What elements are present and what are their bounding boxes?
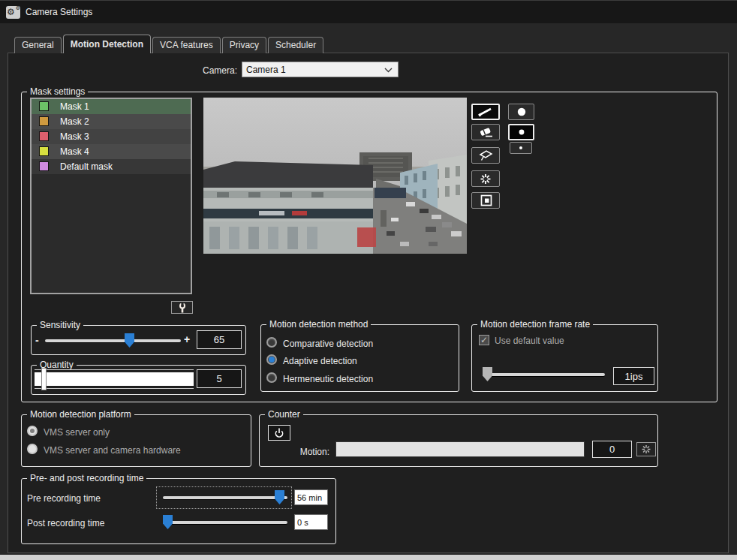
camera-preview-canvas[interactable]	[203, 98, 467, 254]
pre-recording-value-input[interactable]	[294, 489, 328, 505]
pen-tool-button[interactable]	[471, 104, 500, 120]
radio-vms-server-only[interactable]	[27, 426, 38, 436]
tab-scheduler[interactable]: Scheduler	[268, 37, 323, 53]
mask-row-2[interactable]: Mask 2	[32, 114, 191, 129]
radio-vms-server-and-camera[interactable]	[27, 444, 38, 454]
radio-adaptive-label[interactable]: Adaptive detection	[283, 356, 357, 366]
mask-row-default[interactable]: Default mask	[32, 159, 191, 174]
mask-row-label: Mask 2	[60, 116, 89, 127]
mask-row-3[interactable]: Mask 3	[32, 129, 191, 144]
platform-group: Motion detection platform	[21, 414, 251, 467]
sensitivity-group-title: Sensitivity	[37, 320, 83, 330]
sensitivity-plus[interactable]: +	[184, 333, 190, 345]
window-title: Camera Settings	[26, 1, 92, 24]
mask-color-swatch	[39, 101, 49, 111]
quantity-slider-handle[interactable]	[41, 368, 47, 390]
radio-hermeneutic-detection[interactable]	[266, 372, 277, 383]
camera-preview-image	[203, 98, 467, 254]
quantity-slider-track[interactable]	[35, 372, 194, 386]
small-dot-icon	[517, 144, 525, 152]
tab-vca-features[interactable]: VCA features	[152, 37, 221, 53]
titlebar: ⚙ ⚙ Camera Settings	[0, 0, 737, 23]
radio-vms-server-and-camera-label[interactable]: VMS server and camera hardware	[44, 445, 181, 456]
radio-comparative-label[interactable]: Comparative detection	[283, 339, 373, 349]
radio-selected-dot	[30, 429, 35, 433]
mask-color-swatch	[39, 116, 49, 126]
motion-counter-value: 0	[592, 441, 632, 458]
motion-level-bar	[335, 441, 585, 457]
frame-rate-value[interactable]: 1ips	[613, 367, 654, 385]
quantity-value[interactable]: 5	[197, 369, 242, 388]
tab-motion-detection[interactable]: Motion Detection	[63, 35, 151, 53]
mask-list: Mask 1 Mask 2 Mask 3 Mask 4 Default mask	[30, 98, 192, 294]
tab-privacy[interactable]: Privacy	[222, 37, 266, 53]
method-group-title: Motion detection method	[266, 319, 371, 330]
mask-settings-group-title: Mask settings	[27, 86, 88, 97]
clear-mask-button[interactable]	[471, 147, 500, 164]
post-recording-label: Post recording time	[27, 518, 104, 528]
window-bottom-edge	[0, 555, 737, 560]
quantity-tick-line-top	[35, 369, 194, 370]
mask-color-swatch	[39, 131, 49, 141]
recording-group-title: Pre- and post recording time	[27, 473, 146, 483]
sensitivity-slider-track[interactable]	[45, 339, 181, 342]
radio-hermeneutic-label[interactable]: Hermeneutic detection	[283, 374, 373, 384]
wrench-icon	[178, 303, 187, 313]
platform-group-title: Motion detection platform	[27, 409, 134, 420]
tab-general[interactable]: General	[14, 37, 62, 53]
mask-row-label: Mask 1	[60, 101, 89, 112]
pen-icon	[477, 107, 495, 117]
use-default-value-label[interactable]: Use default value	[495, 336, 564, 346]
burst-icon	[477, 173, 495, 185]
gear-icon: ⚙ ⚙	[6, 6, 20, 19]
pre-recording-slider-track[interactable]	[163, 496, 287, 499]
drawn-mask-region	[357, 227, 376, 247]
eraser-tool-button[interactable]	[471, 124, 500, 140]
post-recording-value-input[interactable]	[294, 514, 328, 530]
camera-select[interactable]: Camera 1	[242, 62, 399, 77]
counter-reset-button[interactable]	[636, 442, 656, 456]
sensitivity-value[interactable]: 65	[197, 330, 242, 349]
use-default-value-checkbox[interactable]: ✓	[479, 335, 489, 345]
motion-counter-label: Motion:	[293, 447, 329, 457]
pre-recording-label: Pre recording time	[27, 493, 101, 504]
eraser-icon	[477, 127, 495, 137]
post-recording-slider-track[interactable]	[163, 521, 287, 524]
mask-row-label: Default mask	[60, 161, 113, 172]
mask-row-1[interactable]: Mask 1	[32, 99, 191, 114]
burst-icon	[639, 444, 654, 454]
radio-comparative-detection[interactable]	[266, 337, 277, 348]
camera-select-value: Camera 1	[246, 65, 286, 75]
clear-mask-icon	[477, 149, 495, 161]
mask-row-label: Mask 4	[60, 146, 89, 157]
counter-group-title: Counter	[265, 409, 303, 420]
tab-bar: General Motion Detection VCA features Pr…	[14, 35, 325, 53]
fit-region-button[interactable]	[471, 192, 500, 209]
sensitivity-minus[interactable]: -	[35, 334, 39, 346]
reset-button[interactable]	[471, 170, 500, 187]
brush-size-small-button[interactable]	[510, 142, 532, 154]
frame-rate-slider-track[interactable]	[488, 373, 605, 376]
mask-color-swatch	[39, 146, 49, 156]
mask-row-4[interactable]: Mask 4	[32, 144, 191, 159]
power-icon	[273, 427, 285, 439]
chevron-down-icon	[384, 68, 393, 73]
mask-options-button[interactable]	[171, 301, 193, 314]
radio-vms-server-only-label[interactable]: VMS server only	[44, 427, 110, 438]
counter-power-button[interactable]	[268, 425, 290, 441]
camera-settings-window: ⚙ ⚙ Camera Settings General Motion Detec…	[0, 0, 737, 560]
frame-rate-group-title: Motion detection frame rate	[477, 319, 593, 330]
fit-region-icon	[477, 194, 495, 206]
radio-selected-dot	[269, 357, 275, 363]
medium-dot-icon	[516, 127, 527, 137]
camera-label: Camera:	[180, 65, 237, 76]
brush-size-large-button[interactable]	[508, 104, 534, 120]
mask-row-label: Mask 3	[60, 131, 89, 142]
brush-size-medium-button[interactable]	[508, 124, 534, 140]
radio-adaptive-detection[interactable]	[266, 354, 277, 365]
quantity-tick-line-bottom	[35, 388, 194, 389]
large-dot-icon	[516, 107, 527, 117]
mask-color-swatch	[39, 161, 49, 171]
